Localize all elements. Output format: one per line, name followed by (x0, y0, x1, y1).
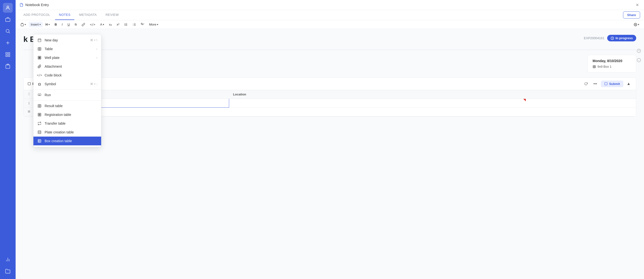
bullet-list-button[interactable] (122, 22, 130, 27)
entry-header: k Entry EXP20004161 In progress (24, 35, 636, 44)
refresh-button[interactable] (582, 80, 590, 87)
menu-shortcut-new-day: ⌘ + \ (90, 38, 97, 42)
menu-item-plate-creation-table[interactable]: Plate creation table (34, 128, 101, 137)
subscript-button[interactable]: x₂ (107, 22, 114, 27)
svg-point-75 (39, 114, 40, 115)
menu-shortcut-symbol: ⌘ + ; (90, 82, 97, 86)
menu-label-box-creation-table: Box creation table (44, 139, 97, 143)
svg-point-20 (124, 23, 125, 24)
share-button[interactable]: Share (623, 11, 640, 18)
sidebar-icon-plus[interactable] (3, 38, 13, 48)
superscript-button[interactable]: x² (115, 22, 122, 27)
clipboard-toolbar-btn[interactable]: ▾ (18, 22, 28, 27)
heading-button[interactable]: H ▾ (44, 22, 52, 27)
tab-metadata[interactable]: METADATA (75, 10, 101, 20)
menu-item-code-block[interactable]: </> Code block (34, 71, 101, 80)
menu-item-well-plate[interactable]: Well plate › (34, 53, 101, 62)
row-number: 1 (24, 99, 34, 108)
svg-rect-38 (605, 82, 608, 85)
svg-point-57 (40, 57, 40, 57)
empty-row-cell (34, 108, 636, 116)
menu-item-run[interactable]: Run (34, 91, 101, 99)
font-size-button[interactable]: A ▾ (98, 22, 106, 27)
run-icon (37, 93, 42, 97)
insert-button[interactable]: Insert ▾ (29, 22, 43, 27)
svg-point-56 (39, 57, 40, 57)
svg-point-78 (39, 115, 40, 115)
svg-point-58 (38, 57, 39, 58)
sidebar-icon-briefcase[interactable] (3, 14, 13, 24)
strikethrough-button[interactable]: S (73, 22, 79, 27)
sidebar-icon-folder[interactable] (3, 266, 13, 276)
svg-rect-16 (21, 24, 24, 26)
sidebar-icon-user[interactable] (3, 3, 13, 13)
tab-review[interactable]: REVIEW (102, 10, 122, 20)
menu-item-symbol[interactable]: Ω Symbol ⌘ + ; (34, 80, 101, 88)
underline-button[interactable]: U (66, 22, 72, 27)
menu-item-new-day[interactable]: New day ⌘ + \ (34, 36, 101, 44)
svg-rect-8 (6, 55, 7, 56)
sidebar-icon-search[interactable] (3, 26, 13, 36)
info-card-box: 9x9 Box 1 (592, 65, 631, 68)
settings-button[interactable]: ▾ (632, 22, 641, 27)
svg-point-22 (124, 25, 125, 25)
info-right-icon[interactable] (637, 58, 641, 63)
more-button[interactable]: More ▾ (147, 22, 160, 27)
tab-add-protocol[interactable]: ADD PROTOCOL (20, 10, 54, 20)
svg-text:3: 3 (133, 25, 133, 26)
location-cell[interactable] (229, 99, 526, 108)
status-badge: In progress (607, 35, 636, 41)
svg-point-79 (40, 115, 40, 115)
location-column-header: Location (229, 90, 526, 99)
svg-point-2 (6, 29, 9, 33)
svg-point-60 (40, 57, 40, 58)
info-card-date: Monday, 8/10/2020 (592, 59, 631, 63)
menu-item-table[interactable]: Table › (34, 44, 101, 53)
content-area: k Entry EXP20004161 In progress Monday, … (16, 29, 644, 279)
close-button[interactable]: ✕ (634, 2, 640, 8)
collapse-button[interactable]: ▲ (625, 80, 632, 87)
transfer-table-icon (37, 121, 42, 126)
box-creation-table: Box Location 1 (24, 90, 636, 116)
menu-divider-1 (34, 89, 101, 90)
well-plate-arrow: › (96, 56, 97, 59)
svg-rect-6 (6, 53, 7, 54)
svg-point-76 (40, 114, 40, 115)
menu-label-plate-creation-table: Plate creation table (44, 130, 97, 134)
sidebar-icon-grid[interactable] (3, 50, 13, 59)
menu-label-transfer-table: Transfer table (44, 121, 97, 125)
submit-button[interactable]: Submit (601, 81, 623, 87)
menu-label-attachment: Attachment (44, 64, 97, 68)
svg-point-72 (39, 114, 40, 114)
table-icon (37, 47, 42, 51)
table-arrow: › (96, 47, 97, 51)
svg-rect-83 (38, 139, 41, 142)
tab-notes[interactable]: NOTES (55, 10, 74, 20)
ordered-list-button[interactable]: 1 2 3 (131, 22, 138, 27)
box-icon (592, 65, 596, 68)
clock-right-icon[interactable] (637, 49, 641, 54)
svg-point-74 (39, 114, 39, 115)
info-card: Monday, 8/10/2020 9x9 Box 1 (588, 55, 636, 72)
menu-item-registration-table[interactable]: Registration table (34, 110, 101, 119)
row-actions-col[interactable] (24, 108, 34, 116)
svg-marker-65 (39, 94, 40, 96)
svg-rect-1 (6, 18, 10, 21)
bold-button[interactable]: B (53, 22, 59, 27)
menu-item-result-table[interactable]: Result table (34, 101, 101, 110)
italic-button[interactable]: I (60, 22, 64, 27)
table-row-actions (24, 108, 636, 116)
svg-point-63 (40, 58, 40, 59)
link-button[interactable] (80, 22, 87, 27)
menu-item-attachment[interactable]: Attachment (34, 62, 101, 71)
menu-item-box-creation-table[interactable]: Box creation table (34, 137, 101, 145)
checklist-button[interactable] (139, 22, 146, 27)
box-creation-section: Box Creation 9x9 Box 1 ••• Submit ▲ (24, 77, 636, 117)
sidebar-icon-clipboard[interactable] (3, 61, 13, 71)
result-table-icon (37, 104, 42, 108)
tab-bar: ADD PROTOCOL NOTES METADATA REVIEW Share (16, 10, 644, 20)
more-options-button[interactable]: ••• (592, 80, 599, 87)
code-inline-button[interactable]: </> (88, 22, 97, 27)
sidebar-icon-chart[interactable] (3, 255, 13, 265)
menu-item-transfer-table[interactable]: Transfer table (34, 119, 101, 128)
